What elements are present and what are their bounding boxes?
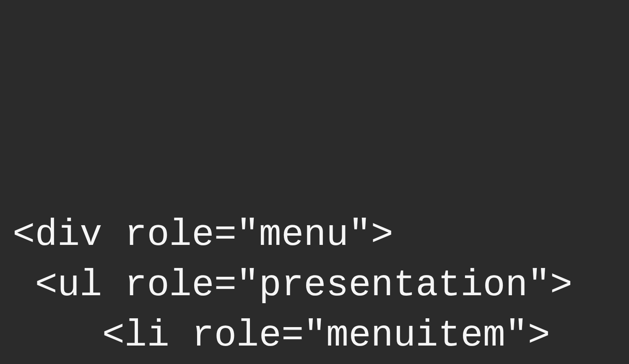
code-line-4: <li role="menuitem"> xyxy=(13,361,616,364)
code-line-2: <ul role="presentation"> xyxy=(13,260,616,311)
code-line-1: <div role="menu"> xyxy=(13,210,616,260)
code-line-3: <li role="menuitem"> xyxy=(13,311,616,361)
